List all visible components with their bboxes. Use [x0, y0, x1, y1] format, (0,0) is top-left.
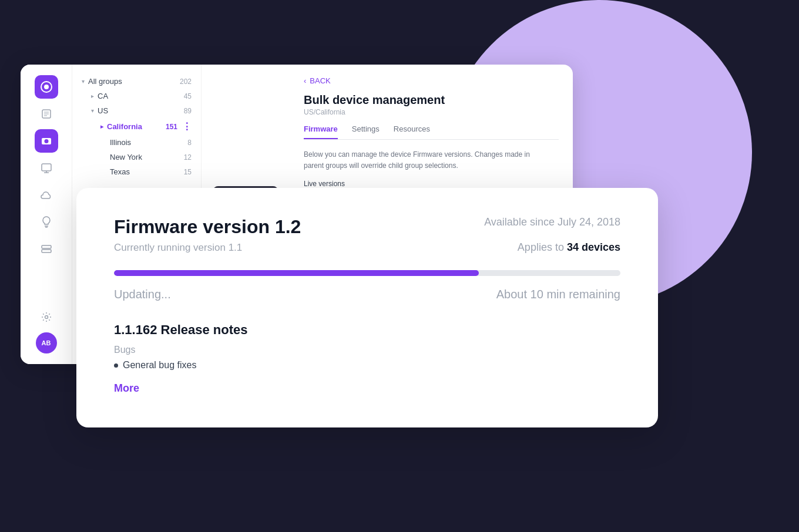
firmware-header: Firmware version 1.2 Available since Jul…: [114, 216, 620, 238]
tree-arrow-us: ▾: [91, 107, 94, 114]
progress-bar-container: [114, 270, 620, 276]
panel-subtitle: US/California: [304, 108, 559, 116]
tree-item-texas[interactable]: Texas 15: [91, 164, 201, 179]
tree-item-all-groups[interactable]: ▾ All groups 202: [72, 74, 201, 89]
back-link[interactable]: ‹ BACK: [304, 76, 559, 85]
user-avatar[interactable]: AB: [36, 332, 57, 353]
bug-item: General bug fixes: [114, 360, 620, 371]
firmware-card: Firmware version 1.2 Available since Jul…: [76, 188, 658, 427]
sidebar-icon-settings[interactable]: [35, 305, 58, 329]
svg-point-1: [44, 85, 49, 89]
tabs: Firmware Settings Resources: [304, 124, 559, 140]
tree-item-illinois[interactable]: Illinois 8: [91, 135, 201, 150]
live-versions-label: Live versions: [304, 180, 559, 188]
tree-item-us[interactable]: ▾ US 89: [82, 103, 201, 118]
svg-point-15: [45, 316, 48, 319]
time-remaining: About 10 min remaining: [496, 288, 620, 301]
tab-settings[interactable]: Settings: [352, 124, 380, 139]
more-link[interactable]: More: [114, 382, 620, 395]
svg-point-7: [44, 139, 48, 143]
svg-rect-14: [42, 250, 51, 252]
tab-resources[interactable]: Resources: [394, 124, 430, 139]
sidebar-icon-monitor[interactable]: [35, 156, 58, 180]
currently-running: Currently running version 1.1: [114, 242, 242, 254]
tree-arrow-california: ▸: [100, 123, 103, 130]
sidebar-icon-storage[interactable]: [35, 237, 58, 261]
panel-description: Below you can manage the device Firmware…: [304, 149, 550, 171]
bug-bullet: [114, 363, 118, 368]
available-since: Available since July 24, 2018: [484, 216, 620, 228]
tree-item-california[interactable]: ▸ California 151 ⋮: [91, 118, 201, 135]
more-options-icon[interactable]: ⋮: [182, 121, 192, 132]
sidebar-icon-cloud[interactable]: [35, 183, 58, 207]
svg-rect-13: [42, 245, 51, 248]
progress-bar-fill: [114, 270, 479, 276]
firmware-version-title: Firmware version 1.2: [114, 216, 301, 238]
tree-arrow-all-groups: ▾: [82, 78, 85, 85]
sidebar-icon-camera[interactable]: [35, 129, 58, 153]
svg-rect-8: [42, 164, 51, 171]
applies-to: Applies to 34 devices: [518, 241, 620, 254]
back-arrow-icon: ‹: [304, 76, 306, 85]
sidebar-icon-bulb[interactable]: [35, 210, 58, 234]
sidebar: AB: [21, 65, 72, 364]
sidebar-icon-book[interactable]: [35, 102, 58, 126]
release-notes-title: 1.1.162 Release notes: [114, 322, 620, 338]
tab-firmware[interactable]: Firmware: [304, 124, 338, 139]
tree-item-ca[interactable]: ▸ CA 45: [82, 89, 201, 103]
firmware-sub-row: Currently running version 1.1 Applies to…: [114, 241, 620, 254]
bugs-label: Bugs: [114, 345, 620, 355]
updating-text: Updating...: [114, 288, 171, 301]
panel-title: Bulk device management: [304, 93, 559, 107]
progress-row: Updating... About 10 min remaining: [114, 288, 620, 301]
sidebar-icon-logo[interactable]: [35, 75, 58, 99]
tree-item-new-york[interactable]: New York 12: [91, 150, 201, 164]
tree-arrow-ca: ▸: [91, 93, 94, 99]
